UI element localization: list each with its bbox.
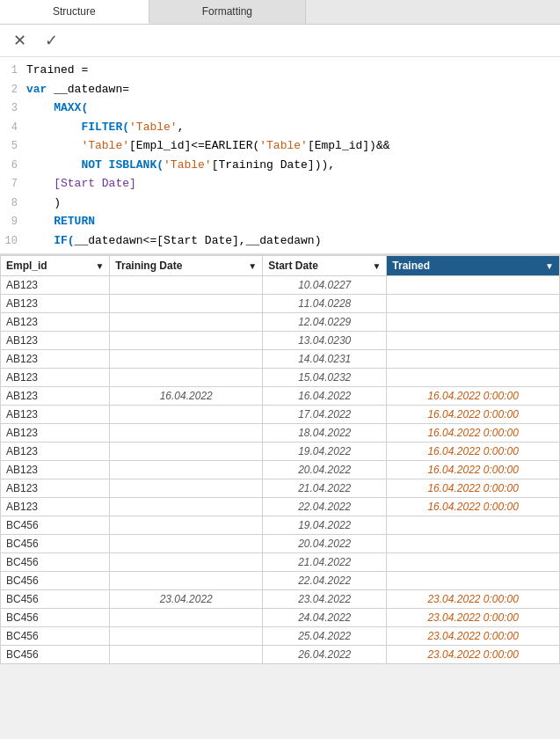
- tab-structure[interactable]: Structure: [0, 0, 149, 24]
- cell-empl-id: AB123: [1, 406, 110, 424]
- table-row: BC45623.04.202223.04.202223.04.2022 0:00…: [1, 590, 560, 609]
- cell-start-date: 19.04.2022: [263, 443, 387, 461]
- code-line-8: 8 ): [0, 194, 560, 213]
- cell-training-date: [110, 313, 263, 332]
- cell-training-date: [110, 498, 263, 516]
- table-row: BC45626.04.202223.04.2022 0:00:00: [1, 646, 560, 664]
- table-row: AB12314.04.0231: [1, 350, 560, 369]
- cell-start-date: 18.04.2022: [263, 424, 387, 443]
- line-content: 'Table'[Empl_id]<=EARLIER('Table'[Empl_i…: [26, 137, 560, 155]
- table-row: AB12313.04.0230: [1, 332, 560, 350]
- cell-start-date: 21.04.2022: [263, 553, 387, 572]
- cell-start-date: 15.04.0232: [263, 369, 387, 387]
- table-row: AB12320.04.202216.04.2022 0:00:00: [1, 461, 560, 479]
- cell-empl-id: BC456: [1, 609, 110, 627]
- cell-start-date: 16.04.2022: [263, 387, 387, 406]
- col-label-empl-id: Empl_id: [6, 260, 47, 272]
- code-editor[interactable]: 1 Trained = 2 var __datedawn= 3 MAXX( 4 …: [0, 57, 560, 255]
- cell-empl-id: BC456: [1, 535, 110, 553]
- table-row: AB12322.04.202216.04.2022 0:00:00: [1, 498, 560, 516]
- code-line-5: 5 'Table'[Empl_id]<=EARLIER('Table'[Empl…: [0, 136, 560, 156]
- cell-training-date: [110, 479, 263, 498]
- col-dropdown-trained[interactable]: ▼: [545, 261, 554, 271]
- line-content: ): [26, 194, 560, 212]
- cell-trained: 23.04.2022 0:00:00: [387, 590, 560, 609]
- cell-trained: [387, 516, 560, 535]
- data-table: Empl_id ▼ Training Date ▼ Start Date ▼: [0, 255, 560, 664]
- cell-training-date: [110, 535, 263, 553]
- col-header-empl-id[interactable]: Empl_id ▼: [1, 256, 110, 276]
- cell-training-date: [110, 461, 263, 479]
- cancel-button[interactable]: ✕: [7, 28, 32, 53]
- cell-trained: 16.04.2022 0:00:00: [387, 461, 560, 479]
- confirm-button[interactable]: ✓: [39, 28, 63, 53]
- cell-training-date: [110, 443, 263, 461]
- cell-training-date: [110, 406, 263, 424]
- cell-empl-id: AB123: [1, 424, 110, 443]
- col-header-start-date[interactable]: Start Date ▼: [263, 256, 387, 276]
- cell-trained: [387, 295, 560, 313]
- cell-empl-id: AB123: [1, 479, 110, 498]
- col-header-training-date[interactable]: Training Date ▼: [110, 256, 263, 276]
- cell-empl-id: BC456: [1, 553, 110, 572]
- cell-training-date: [110, 516, 263, 535]
- cell-trained: 16.04.2022 0:00:00: [387, 387, 560, 406]
- cell-start-date: 20.04.2022: [263, 535, 387, 553]
- line-number: 7: [0, 176, 26, 192]
- cell-start-date: 24.04.2022: [263, 609, 387, 627]
- cell-training-date: [110, 369, 263, 387]
- cell-start-date: 26.04.2022: [263, 646, 387, 664]
- col-dropdown-training-date[interactable]: ▼: [248, 261, 257, 271]
- cell-empl-id: AB123: [1, 387, 110, 406]
- cell-empl-id: BC456: [1, 516, 110, 535]
- cell-trained: 23.04.2022 0:00:00: [387, 609, 560, 627]
- line-number: 5: [0, 138, 26, 154]
- table-header-row: Empl_id ▼ Training Date ▼ Start Date ▼: [1, 256, 560, 276]
- cell-start-date: 19.04.2022: [263, 516, 387, 535]
- cell-empl-id: AB123: [1, 461, 110, 479]
- table-row: AB12310.04.0227: [1, 276, 560, 295]
- line-content: IF(__datedawn<=[Start Date],__datedawn): [26, 232, 560, 250]
- cell-start-date: 10.04.0227: [263, 276, 387, 295]
- cell-trained: 16.04.2022 0:00:00: [387, 498, 560, 516]
- line-content: [Start Date]: [26, 175, 560, 193]
- cell-training-date: [110, 627, 263, 646]
- col-dropdown-empl-id[interactable]: ▼: [95, 261, 104, 271]
- cell-start-date: 21.04.2022: [263, 479, 387, 498]
- line-content: FILTER('Table',: [26, 119, 560, 136]
- cell-empl-id: AB123: [1, 313, 110, 332]
- cell-start-date: 23.04.2022: [263, 590, 387, 609]
- cell-start-date: 20.04.2022: [263, 461, 387, 479]
- cell-empl-id: AB123: [1, 332, 110, 350]
- cell-trained: [387, 535, 560, 553]
- col-header-trained[interactable]: Trained ▼: [387, 256, 560, 276]
- cell-trained: 16.04.2022 0:00:00: [387, 406, 560, 424]
- cell-empl-id: AB123: [1, 350, 110, 369]
- tab-formatting[interactable]: Formatting: [149, 0, 306, 24]
- line-number: 8: [0, 195, 26, 211]
- cell-empl-id: BC456: [1, 590, 110, 609]
- cell-training-date: [110, 572, 263, 590]
- col-label-start-date: Start Date: [268, 260, 318, 272]
- data-table-wrapper: Empl_id ▼ Training Date ▼ Start Date ▼: [0, 255, 560, 664]
- toolbar: ✕ ✓: [0, 25, 560, 57]
- cell-start-date: 13.04.0230: [263, 332, 387, 350]
- table-row: BC45624.04.202223.04.2022 0:00:00: [1, 609, 560, 627]
- cell-empl-id: AB123: [1, 295, 110, 313]
- col-dropdown-start-date[interactable]: ▼: [372, 261, 381, 271]
- cell-trained: 23.04.2022 0:00:00: [387, 646, 560, 664]
- code-line-3: 3 MAXX(: [0, 99, 560, 118]
- line-number: 6: [0, 157, 26, 173]
- table-row: AB12311.04.0228: [1, 295, 560, 313]
- table-row: AB12318.04.202216.04.2022 0:00:00: [1, 424, 560, 443]
- table-row: BC45625.04.202223.04.2022 0:00:00: [1, 627, 560, 646]
- table-row: AB12317.04.202216.04.2022 0:00:00: [1, 406, 560, 424]
- cell-training-date: 16.04.2022: [110, 387, 263, 406]
- line-number: 1: [0, 62, 26, 78]
- cell-trained: [387, 276, 560, 295]
- code-line-4: 4 FILTER('Table',: [0, 118, 560, 137]
- table-row: AB12312.04.0229: [1, 313, 560, 332]
- cell-start-date: 14.04.0231: [263, 350, 387, 369]
- code-line-7: 7 [Start Date]: [0, 174, 560, 194]
- cell-training-date: [110, 609, 263, 627]
